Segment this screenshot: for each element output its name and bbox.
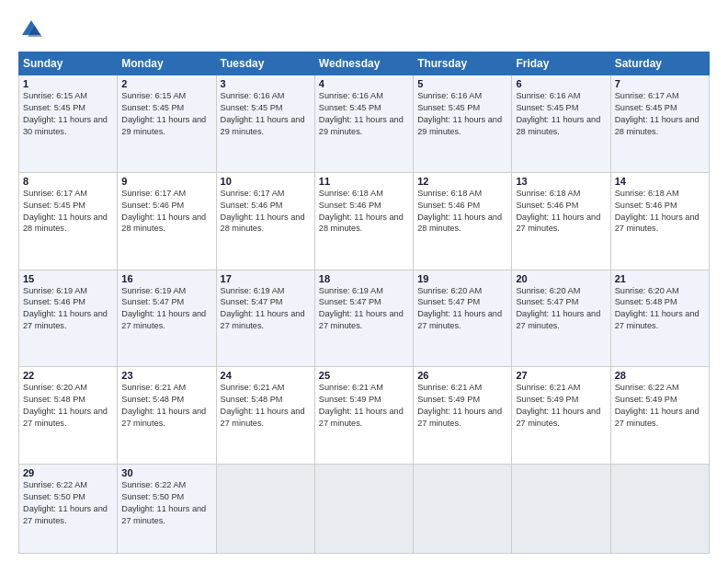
day-number: 8 xyxy=(23,176,113,187)
weekday-header-row: SundayMondayTuesdayWednesdayThursdayFrid… xyxy=(19,52,710,75)
day-info: Sunrise: 6:22 AMSunset: 5:50 PMDaylight:… xyxy=(23,479,113,527)
logo xyxy=(18,17,46,42)
calendar-cell: 21 Sunrise: 6:20 AMSunset: 5:48 PMDaylig… xyxy=(610,270,709,367)
calendar-cell: 15 Sunrise: 6:19 AMSunset: 5:46 PMDaylig… xyxy=(19,270,118,367)
day-info: Sunrise: 6:17 AMSunset: 5:45 PMDaylight:… xyxy=(615,90,705,138)
calendar-cell: 24 Sunrise: 6:21 AMSunset: 5:48 PMDaylig… xyxy=(216,367,314,465)
day-info: Sunrise: 6:21 AMSunset: 5:48 PMDaylight:… xyxy=(221,382,311,430)
day-info: Sunrise: 6:21 AMSunset: 5:49 PMDaylight:… xyxy=(417,382,507,430)
day-number: 22 xyxy=(23,370,113,381)
day-info: Sunrise: 6:17 AMSunset: 5:45 PMDaylight:… xyxy=(23,188,113,236)
day-number: 7 xyxy=(615,78,705,89)
day-info: Sunrise: 6:19 AMSunset: 5:46 PMDaylight:… xyxy=(23,285,113,333)
day-info: Sunrise: 6:16 AMSunset: 5:45 PMDaylight:… xyxy=(516,90,606,138)
day-number: 6 xyxy=(516,78,606,89)
calendar-cell: 7 Sunrise: 6:17 AMSunset: 5:45 PMDayligh… xyxy=(610,75,709,173)
calendar-cell xyxy=(314,465,413,554)
calendar-cell: 12 Sunrise: 6:18 AMSunset: 5:46 PMDaylig… xyxy=(414,172,512,270)
day-info: Sunrise: 6:21 AMSunset: 5:48 PMDaylight:… xyxy=(121,382,211,430)
day-info: Sunrise: 6:15 AMSunset: 5:45 PMDaylight:… xyxy=(23,90,113,138)
calendar-cell: 11 Sunrise: 6:18 AMSunset: 5:46 PMDaylig… xyxy=(314,172,413,270)
day-info: Sunrise: 6:16 AMSunset: 5:45 PMDaylight:… xyxy=(319,90,409,138)
day-number: 28 xyxy=(615,370,705,381)
day-number: 18 xyxy=(319,273,409,284)
day-info: Sunrise: 6:16 AMSunset: 5:45 PMDaylight:… xyxy=(417,90,507,138)
logo-icon xyxy=(18,17,44,42)
day-info: Sunrise: 6:19 AMSunset: 5:47 PMDaylight:… xyxy=(319,285,409,333)
day-info: Sunrise: 6:18 AMSunset: 5:46 PMDaylight:… xyxy=(615,188,705,236)
day-number: 12 xyxy=(417,176,507,187)
calendar-cell: 29 Sunrise: 6:22 AMSunset: 5:50 PMDaylig… xyxy=(19,465,118,554)
day-number: 27 xyxy=(516,370,606,381)
day-info: Sunrise: 6:20 AMSunset: 5:47 PMDaylight:… xyxy=(516,285,606,333)
calendar-cell: 25 Sunrise: 6:21 AMSunset: 5:49 PMDaylig… xyxy=(314,367,413,465)
day-number: 10 xyxy=(221,176,311,187)
day-info: Sunrise: 6:18 AMSunset: 5:46 PMDaylight:… xyxy=(417,188,507,236)
day-info: Sunrise: 6:20 AMSunset: 5:47 PMDaylight:… xyxy=(417,285,507,333)
day-info: Sunrise: 6:18 AMSunset: 5:46 PMDaylight:… xyxy=(516,188,606,236)
calendar-cell: 16 Sunrise: 6:19 AMSunset: 5:47 PMDaylig… xyxy=(118,270,216,367)
calendar-cell xyxy=(216,465,314,554)
calendar-table: SundayMondayTuesdayWednesdayThursdayFrid… xyxy=(18,52,710,554)
calendar-cell: 19 Sunrise: 6:20 AMSunset: 5:47 PMDaylig… xyxy=(414,270,512,367)
day-info: Sunrise: 6:22 AMSunset: 5:49 PMDaylight:… xyxy=(615,382,705,430)
calendar-cell: 5 Sunrise: 6:16 AMSunset: 5:45 PMDayligh… xyxy=(414,75,512,173)
calendar-cell: 22 Sunrise: 6:20 AMSunset: 5:48 PMDaylig… xyxy=(19,367,118,465)
day-info: Sunrise: 6:18 AMSunset: 5:46 PMDaylight:… xyxy=(319,188,409,236)
day-number: 11 xyxy=(319,176,409,187)
day-number: 25 xyxy=(319,370,409,381)
calendar-cell: 23 Sunrise: 6:21 AMSunset: 5:48 PMDaylig… xyxy=(118,367,216,465)
day-info: Sunrise: 6:19 AMSunset: 5:47 PMDaylight:… xyxy=(221,285,311,333)
day-number: 3 xyxy=(221,78,311,89)
calendar-cell xyxy=(610,465,709,554)
weekday-header-wednesday: Wednesday xyxy=(314,52,413,75)
day-number: 20 xyxy=(516,273,606,284)
day-number: 13 xyxy=(516,176,606,187)
calendar-cell: 1 Sunrise: 6:15 AMSunset: 5:45 PMDayligh… xyxy=(19,75,118,173)
day-info: Sunrise: 6:15 AMSunset: 5:45 PMDaylight:… xyxy=(121,90,211,138)
day-number: 15 xyxy=(23,273,113,284)
calendar-cell: 2 Sunrise: 6:15 AMSunset: 5:45 PMDayligh… xyxy=(118,75,216,173)
day-number: 9 xyxy=(121,176,211,187)
day-info: Sunrise: 6:19 AMSunset: 5:47 PMDaylight:… xyxy=(121,285,211,333)
calendar-cell: 30 Sunrise: 6:22 AMSunset: 5:50 PMDaylig… xyxy=(118,465,216,554)
day-number: 29 xyxy=(23,467,113,478)
day-number: 23 xyxy=(121,370,211,381)
day-number: 16 xyxy=(121,273,211,284)
day-number: 14 xyxy=(615,176,705,187)
day-info: Sunrise: 6:17 AMSunset: 5:46 PMDaylight:… xyxy=(221,188,311,236)
day-number: 24 xyxy=(221,370,311,381)
calendar-cell: 26 Sunrise: 6:21 AMSunset: 5:49 PMDaylig… xyxy=(414,367,512,465)
day-number: 19 xyxy=(417,273,507,284)
weekday-header-tuesday: Tuesday xyxy=(216,52,314,75)
weekday-header-friday: Friday xyxy=(512,52,610,75)
day-info: Sunrise: 6:16 AMSunset: 5:45 PMDaylight:… xyxy=(221,90,311,138)
day-number: 21 xyxy=(615,273,705,284)
calendar-cell: 20 Sunrise: 6:20 AMSunset: 5:47 PMDaylig… xyxy=(512,270,610,367)
calendar-cell xyxy=(512,465,610,554)
calendar-cell: 9 Sunrise: 6:17 AMSunset: 5:46 PMDayligh… xyxy=(118,172,216,270)
weekday-header-sunday: Sunday xyxy=(19,52,118,75)
calendar-cell: 3 Sunrise: 6:16 AMSunset: 5:45 PMDayligh… xyxy=(216,75,314,173)
day-number: 2 xyxy=(121,78,211,89)
day-number: 1 xyxy=(23,78,113,89)
day-info: Sunrise: 6:21 AMSunset: 5:49 PMDaylight:… xyxy=(516,382,606,430)
calendar-cell: 18 Sunrise: 6:19 AMSunset: 5:47 PMDaylig… xyxy=(314,270,413,367)
weekday-header-thursday: Thursday xyxy=(414,52,512,75)
calendar-cell: 28 Sunrise: 6:22 AMSunset: 5:49 PMDaylig… xyxy=(610,367,709,465)
weekday-header-saturday: Saturday xyxy=(610,52,709,75)
calendar-cell: 8 Sunrise: 6:17 AMSunset: 5:45 PMDayligh… xyxy=(19,172,118,270)
day-info: Sunrise: 6:20 AMSunset: 5:48 PMDaylight:… xyxy=(23,382,113,430)
day-info: Sunrise: 6:21 AMSunset: 5:49 PMDaylight:… xyxy=(319,382,409,430)
day-number: 26 xyxy=(417,370,507,381)
day-info: Sunrise: 6:22 AMSunset: 5:50 PMDaylight:… xyxy=(121,479,211,527)
day-number: 4 xyxy=(319,78,409,89)
calendar-cell: 13 Sunrise: 6:18 AMSunset: 5:46 PMDaylig… xyxy=(512,172,610,270)
day-info: Sunrise: 6:17 AMSunset: 5:46 PMDaylight:… xyxy=(121,188,211,236)
page: SundayMondayTuesdayWednesdayThursdayFrid… xyxy=(0,0,728,563)
day-number: 5 xyxy=(417,78,507,89)
day-number: 17 xyxy=(221,273,311,284)
calendar-cell: 4 Sunrise: 6:16 AMSunset: 5:45 PMDayligh… xyxy=(314,75,413,173)
header xyxy=(18,17,710,42)
calendar-cell: 6 Sunrise: 6:16 AMSunset: 5:45 PMDayligh… xyxy=(512,75,610,173)
